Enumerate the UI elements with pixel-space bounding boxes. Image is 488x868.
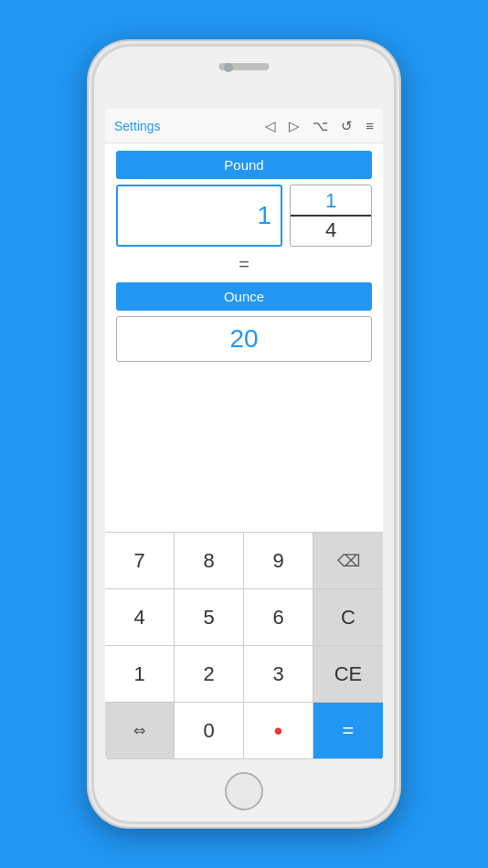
home-button[interactable]	[225, 772, 263, 810]
equals-symbol: =	[116, 252, 372, 277]
back-nav-icon[interactable]: ◁	[265, 118, 276, 134]
settings-button[interactable]: Settings	[114, 119, 161, 133]
key-CE[interactable]: CE	[313, 646, 383, 703]
key-5[interactable]: 5	[175, 589, 244, 646]
fraction-numerator: 1	[325, 185, 336, 215]
key-2[interactable]: 2	[175, 646, 244, 703]
key-_[interactable]: •	[244, 703, 313, 759]
key-0[interactable]: 0	[175, 703, 244, 759]
key-_[interactable]: ⇔	[105, 703, 175, 759]
key-7[interactable]: 7	[105, 533, 175, 589]
key-C[interactable]: C	[313, 589, 383, 646]
from-value-input[interactable]: 1	[116, 185, 282, 247]
key-1[interactable]: 1	[105, 646, 175, 703]
nav-bar: Settings ◁ ▷ ⌥ ↺ ≡	[105, 109, 383, 143]
key-_[interactable]: ⌫	[313, 533, 383, 589]
key-6[interactable]: 6	[244, 589, 313, 646]
fraction-box[interactable]: 1 4	[290, 185, 372, 247]
undo-icon[interactable]: ↺	[341, 118, 353, 134]
phone-device: Settings ◁ ▷ ⌥ ↺ ≡ Pound 1	[89, 41, 399, 827]
phone-inner: Settings ◁ ▷ ⌥ ↺ ≡ Pound 1	[91, 44, 397, 824]
key-3[interactable]: 3	[244, 646, 313, 703]
from-value-display: 1	[257, 201, 271, 230]
to-value-display[interactable]: 20	[116, 316, 372, 362]
keypad: 789⌫456C123CE⇔0•=	[105, 532, 383, 759]
to-value-text: 20	[229, 324, 258, 354]
phone-camera	[224, 63, 233, 72]
key-_[interactable]: =	[313, 703, 383, 759]
nav-icons: ◁ ▷ ⌥ ↺ ≡	[265, 118, 374, 134]
menu-icon[interactable]: ≡	[366, 118, 374, 133]
from-unit-label: Pound	[116, 151, 372, 179]
input-row: 1 1 4	[116, 185, 372, 247]
key-8[interactable]: 8	[175, 533, 244, 589]
phone-body: Settings ◁ ▷ ⌥ ↺ ≡ Pound 1	[94, 47, 394, 821]
screen: Settings ◁ ▷ ⌥ ↺ ≡ Pound 1	[105, 109, 383, 759]
key-4[interactable]: 4	[105, 589, 175, 646]
fraction-denominator: 4	[325, 217, 336, 246]
to-unit-label: Ounce	[116, 282, 372, 311]
converter-area: Pound 1 1 4 = Ounce 20	[105, 143, 383, 532]
key-9[interactable]: 9	[244, 533, 313, 589]
forward-nav-icon[interactable]: ▷	[289, 118, 300, 134]
options-icon[interactable]: ⌥	[313, 118, 328, 134]
